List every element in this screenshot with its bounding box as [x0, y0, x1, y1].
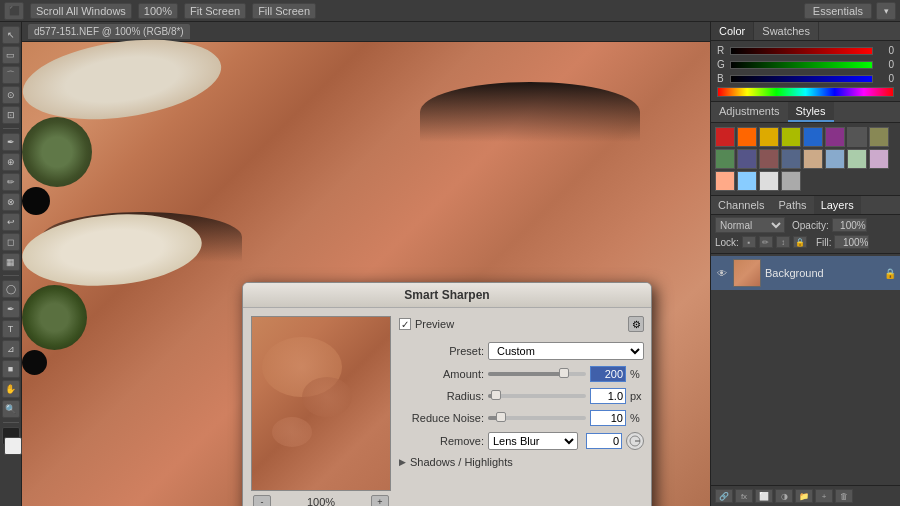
link-layers-btn[interactable]: 🔗 [715, 489, 733, 503]
style-swatch-5[interactable] [825, 127, 845, 147]
eyedropper-tool[interactable]: ✒ [2, 133, 20, 151]
style-swatch-17[interactable] [737, 171, 757, 191]
fill-screen-btn[interactable]: Fill Screen [252, 3, 316, 19]
zoom-tool[interactable]: 🔍 [2, 400, 20, 418]
style-swatch-12[interactable] [803, 149, 823, 169]
style-swatch-18[interactable] [759, 171, 779, 191]
amount-input[interactable] [590, 366, 626, 382]
tab-layers[interactable]: Layers [814, 196, 861, 214]
marquee-tool[interactable]: ▭ [2, 46, 20, 64]
skin-patch-3 [272, 417, 312, 447]
lock-transparency-btn[interactable]: ▪ [742, 236, 756, 248]
reduce-noise-slider-thumb[interactable] [496, 412, 506, 422]
brush-tool[interactable]: ✏ [2, 173, 20, 191]
angle-dial[interactable] [626, 432, 644, 450]
b-bar[interactable] [730, 75, 873, 83]
reduce-noise-slider[interactable] [488, 416, 586, 420]
lock-position-btn[interactable]: ↕ [776, 236, 790, 248]
style-swatch-16[interactable] [715, 171, 735, 191]
lock-all-btn[interactable]: 🔒 [793, 236, 807, 248]
eraser-tool[interactable]: ◻ [2, 233, 20, 251]
delete-layer-btn[interactable]: 🗑 [835, 489, 853, 503]
workspace-arrow-icon[interactable]: ▾ [876, 2, 896, 20]
style-swatch-4[interactable] [803, 127, 823, 147]
preset-select[interactable]: Custom [488, 342, 644, 360]
tab-swatches[interactable]: Swatches [754, 22, 819, 40]
reduce-noise-input[interactable] [590, 410, 626, 426]
tab-paths[interactable]: Paths [771, 196, 813, 214]
clone-tool[interactable]: ⊗ [2, 193, 20, 211]
path-tool[interactable]: ⊿ [2, 340, 20, 358]
canvas-tab[interactable]: d577-151.NEF @ 100% (RGB/8*) [28, 24, 190, 39]
style-swatch-7[interactable] [869, 127, 889, 147]
type-tool[interactable]: T [2, 320, 20, 338]
tab-color[interactable]: Color [711, 22, 754, 40]
settings-gear-btn[interactable]: ⚙ [628, 316, 644, 332]
style-swatch-3[interactable] [781, 127, 801, 147]
app-icon[interactable]: ⬛ [4, 2, 24, 20]
shape-tool[interactable]: ■ [2, 360, 20, 378]
amount-slider-thumb[interactable] [559, 368, 569, 378]
top-toolbar: ⬛ Scroll All Windows 100% Fit Screen Fil… [0, 0, 900, 22]
styles-panel [711, 123, 900, 196]
radius-input[interactable] [590, 388, 626, 404]
style-swatch-13[interactable] [825, 149, 845, 169]
color-spectrum[interactable] [717, 87, 894, 97]
style-swatch-15[interactable] [869, 149, 889, 169]
preview-checkbox[interactable]: ✓ [399, 318, 411, 330]
quick-select-tool[interactable]: ⊙ [2, 86, 20, 104]
history-brush[interactable]: ↩ [2, 213, 20, 231]
style-swatch-1[interactable] [737, 127, 757, 147]
style-swatch-14[interactable] [847, 149, 867, 169]
style-swatch-6[interactable] [847, 127, 867, 147]
layer-item-background[interactable]: 👁 Background 🔒 [711, 256, 900, 290]
zoom-level-display[interactable]: 100% [138, 3, 178, 19]
style-swatch-2[interactable] [759, 127, 779, 147]
scroll-all-windows-btn[interactable]: Scroll All Windows [30, 3, 132, 19]
workspace-btn[interactable]: Essentials [804, 3, 872, 19]
radius-slider[interactable] [488, 394, 586, 398]
fit-screen-btn[interactable]: Fit Screen [184, 3, 246, 19]
opacity-input[interactable] [832, 218, 867, 232]
gradient-tool[interactable]: ▦ [2, 253, 20, 271]
style-swatch-11[interactable] [781, 149, 801, 169]
color-tabs: Color Swatches [711, 22, 900, 41]
amount-unit: % [630, 368, 644, 380]
dodge-tool[interactable]: ◯ [2, 280, 20, 298]
preview-zoom-out-btn[interactable]: - [253, 495, 271, 506]
style-swatch-8[interactable] [715, 149, 735, 169]
move-tool[interactable]: ↖ [2, 26, 20, 44]
background-color[interactable] [4, 437, 22, 455]
g-bar[interactable] [730, 61, 873, 69]
lasso-tool[interactable]: ⌒ [2, 66, 20, 84]
pen-tool[interactable]: ✒ [2, 300, 20, 318]
blend-mode-select[interactable]: Normal [715, 217, 785, 233]
smart-sharpen-dialog: Smart Sharpen - 100% + [242, 282, 652, 506]
fill-input[interactable] [834, 235, 869, 249]
tab-channels[interactable]: Channels [711, 196, 771, 214]
crop-tool[interactable]: ⊡ [2, 106, 20, 124]
style-swatch-10[interactable] [759, 149, 779, 169]
style-swatch-9[interactable] [737, 149, 757, 169]
healing-tool[interactable]: ⊕ [2, 153, 20, 171]
layer-visibility-toggle[interactable]: 👁 [715, 266, 729, 280]
new-group-btn[interactable]: 📁 [795, 489, 813, 503]
shadows-highlights-toggle[interactable]: ▶ Shadows / Highlights [399, 456, 644, 468]
radius-slider-thumb[interactable] [491, 390, 501, 400]
add-mask-btn[interactable]: ⬜ [755, 489, 773, 503]
remove-select[interactable]: Lens Blur Gaussian Blur Motion Blur [488, 432, 578, 450]
new-layer-btn[interactable]: + [815, 489, 833, 503]
style-swatch-19[interactable] [781, 171, 801, 191]
tab-styles[interactable]: Styles [788, 102, 834, 122]
hand-tool[interactable]: ✋ [2, 380, 20, 398]
r-bar[interactable] [730, 47, 873, 55]
new-adjustment-btn[interactable]: ◑ [775, 489, 793, 503]
preview-zoom-in-btn[interactable]: + [371, 495, 389, 506]
shadows-highlights-label: Shadows / Highlights [410, 456, 513, 468]
lock-image-btn[interactable]: ✏ [759, 236, 773, 248]
add-style-btn[interactable]: fx [735, 489, 753, 503]
tab-adjustments[interactable]: Adjustments [711, 102, 788, 122]
style-swatch-0[interactable] [715, 127, 735, 147]
amount-slider[interactable] [488, 372, 586, 376]
angle-input[interactable] [586, 433, 622, 449]
